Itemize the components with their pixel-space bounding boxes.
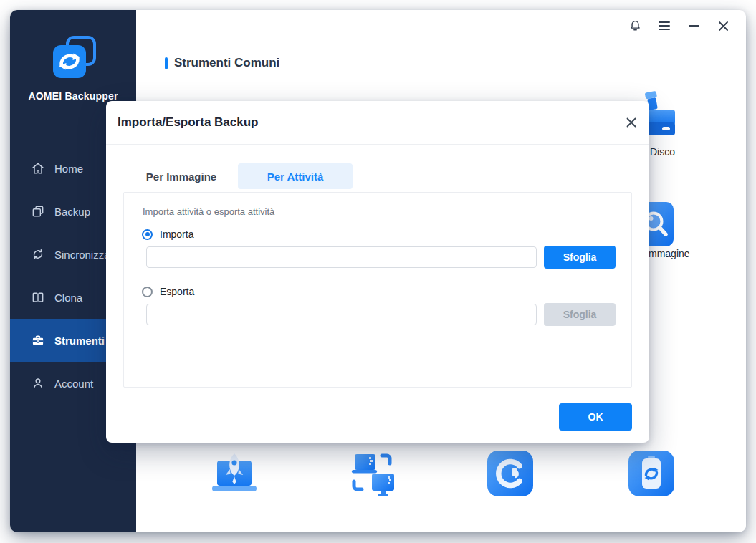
ok-button[interactable]: OK [559,403,632,431]
panel-description: Importa attività o esporta attività [143,206,274,217]
brand-name: AOMEI Backupper [10,90,136,102]
tool-network-transfer[interactable] [348,452,396,501]
sidebar-item-label: Home [54,163,83,175]
sidebar-item-label: Sincronizza [54,249,110,261]
import-browse-button[interactable]: Sfoglia [544,246,616,269]
tool-phone-backup[interactable] [628,451,674,499]
brand: AOMEI Backupper [10,36,136,102]
export-radio-row: Esporta [142,286,194,297]
close-icon[interactable] [717,19,729,32]
accent-bar [165,57,168,69]
sidebar-item-label: Clona [54,292,82,304]
app-logo-icon [49,36,97,82]
tool-label-immagine: mmagine [649,248,690,259]
sidebar-item-label: Backup [54,206,90,218]
dialog-title: Importa/Esporta Backup [118,115,259,130]
export-browse-button[interactable]: Sfoglia [544,303,616,326]
minimize-icon[interactable] [687,19,700,32]
phone-backup-icon [628,451,674,496]
toolbox-icon [31,333,45,347]
dialog-panel: Importa attività o esporta attività Impo… [123,192,632,388]
dialog-tabs: Per Immagine Per Attività [106,163,353,189]
page-title: Strumenti Comuni [174,56,279,70]
backup-icon [31,204,45,218]
bootable-media-icon [211,452,258,498]
tab-per-immagine[interactable]: Per Immagine [138,163,224,189]
import-radio-row: Importa [142,229,193,240]
tool-cloud-backup[interactable] [487,451,533,499]
sidebar-item-label: Account [54,378,93,390]
tab-per-attivita[interactable]: Per Attività [238,163,353,189]
tool-bootable-media[interactable] [211,452,258,501]
sidebar-item-label: Strumenti [54,335,105,347]
import-path-input[interactable] [146,246,537,268]
account-icon [31,376,45,390]
section-header: Strumenti Comuni [165,56,279,70]
export-path-input[interactable] [146,304,537,325]
import-radio[interactable] [142,229,153,240]
dialog-header: Importa/Esporta Backup [106,101,649,145]
menu-icon[interactable] [658,19,671,32]
home-icon [31,161,45,176]
notification-bell-icon[interactable] [628,19,641,32]
sync-icon [31,247,45,261]
network-transfer-icon [348,452,396,498]
export-radio[interactable] [142,287,153,297]
clone-icon [31,290,45,304]
import-export-dialog: Importa/Esporta Backup Per Immagine Per … [106,101,649,443]
window-titlebar [628,19,729,32]
export-radio-label: Esporta [160,286,194,297]
cloud-backup-icon [487,451,533,496]
import-radio-label: Importa [160,229,193,240]
desktop: Strumenti Comuni Disco [0,0,756,543]
tool-label-disco: Disco [650,146,675,158]
dialog-close-icon[interactable] [625,116,638,129]
